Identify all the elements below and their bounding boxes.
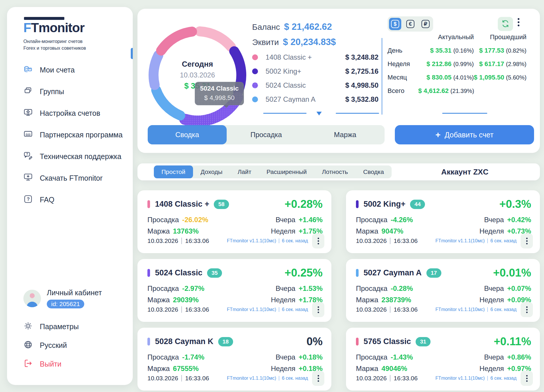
stat-current: $ 35.31 (0.16%): [418, 47, 474, 54]
refresh-button[interactable]: [498, 17, 513, 31]
last-update-ago: 6 сек. назад: [490, 307, 517, 312]
sidebar-item-language[interactable]: Русский: [23, 336, 125, 355]
account-menu-button[interactable]: [521, 302, 533, 317]
tab-income[interactable]: Доходы: [193, 165, 230, 178]
legend-value: $ 3,532.80: [345, 95, 378, 103]
donut-segment-lightpink[interactable]: [200, 31, 231, 47]
tab-summary[interactable]: Сводка: [148, 125, 227, 144]
account-updated-datetime: 10.03.2026 16:33.06: [356, 375, 418, 382]
drawdown-label: Просадка: [356, 216, 388, 224]
logo-tagline-line1: Онлайн-мониторинг счетов: [23, 38, 125, 45]
account-meta: FTmonitor v1.1.1(10мс) 6 сек. назад: [227, 238, 308, 244]
vertical-divider: [382, 38, 382, 115]
account-card: 5028 Cayman K 18 0% Просадка -1.74% Вчер…: [137, 328, 331, 391]
legend-dot: [252, 82, 258, 88]
column-header-past: Прошедший: [474, 33, 526, 41]
sidebar-item-parameters[interactable]: Параметры: [23, 317, 125, 336]
donut-segment-blue[interactable]: [156, 90, 180, 115]
sidebar-item-download[interactable]: Скачать FTmonitor: [23, 167, 125, 189]
last-update-ago: 6 сек. назад: [282, 376, 308, 381]
stat-past: $ 177.53 (0.82%): [474, 47, 526, 54]
account-date: 10.03.2026: [147, 375, 178, 382]
account-menu-button[interactable]: [312, 233, 324, 248]
drawdown-value: -0.28%: [391, 284, 413, 293]
tab-lots[interactable]: Лотность: [314, 165, 356, 178]
profile-block[interactable]: Личный кабинет id: 205621: [23, 289, 125, 308]
divider: [279, 307, 279, 312]
tab-margin[interactable]: Маржа: [306, 125, 385, 144]
sidebar-item-my-accounts[interactable]: Мои счета: [23, 59, 125, 81]
sidebar-item-label: FAQ: [40, 196, 54, 204]
sidebar-menu: Мои счета Группы Настройка счетов Партне…: [23, 59, 125, 210]
column-header-current: Актуальный: [418, 33, 474, 41]
tab-simple[interactable]: Простой: [154, 165, 193, 178]
legend-item[interactable]: 5002 King+ $ 2,725.16: [252, 64, 378, 78]
tooltip-account-name: 5024 Classic: [200, 85, 239, 92]
legend-name: 1408 Classic +: [266, 53, 312, 61]
account-menu-button[interactable]: [312, 302, 324, 317]
account-card: 5765 Classic 31 +0.11% Просадка -1.43% В…: [346, 328, 540, 391]
sidebar-item-faq[interactable]: ? FAQ: [23, 189, 125, 210]
terminal-version: FTmonitor v1.1.1(10мс): [227, 307, 276, 312]
legend-item[interactable]: 5027 Cayman A $ 3,532.80: [252, 92, 378, 106]
overview-menu-button[interactable]: [518, 18, 519, 26]
sidebar-item-groups[interactable]: Группы: [23, 81, 125, 102]
account-updated-datetime: 10.03.2026 16:33.06: [356, 306, 418, 313]
add-account-button[interactable]: + Добавить счет: [395, 125, 534, 144]
drawdown-label: Просадка: [356, 284, 388, 293]
sidebar-item-partner-program[interactable]: Партнерская программа: [23, 124, 125, 146]
sidebar-item-account-settings[interactable]: Настройка счетов: [23, 102, 125, 124]
legend-item[interactable]: 1408 Classic + $ 3,248.82: [252, 50, 378, 64]
account-updated-datetime: 10.03.2026 16:33.06: [147, 306, 209, 313]
currency-eur-button[interactable]: €: [404, 18, 416, 30]
legend-name: 5024 Classic: [266, 81, 306, 89]
account-color-marker: [147, 338, 150, 346]
main-content: Сегодня 10.03.2026 $ 35.31 5024 Classic …: [137, 9, 540, 391]
yesterday-label: Вчера: [484, 353, 504, 361]
drawdown-value: -2.97%: [182, 284, 204, 293]
support-icon: ?: [23, 151, 33, 162]
last-update-ago: 6 сек. назад: [490, 238, 517, 244]
divider: [487, 239, 488, 243]
pager-arrow-down-icon[interactable]: [316, 112, 322, 115]
account-menu-button[interactable]: [521, 371, 533, 386]
tab-extended[interactable]: Расширенный: [259, 165, 314, 178]
yesterday-value: +0.86%: [507, 353, 531, 361]
donut-segment-rose[interactable]: [161, 32, 192, 51]
profile-id-badge: id: 205621: [47, 300, 84, 308]
account-name: 1408 Classic +: [155, 200, 209, 209]
account-settings-icon: [23, 108, 33, 118]
drawdown-label: Просадка: [147, 353, 179, 361]
account-menu-button[interactable]: [521, 233, 533, 248]
legend-value: $ 2,725.16: [345, 67, 378, 75]
account-change-percent: 0%: [307, 335, 323, 348]
currency-rub-button[interactable]: ₽: [419, 18, 432, 30]
divider: [181, 238, 182, 244]
sidebar-item-label: Русский: [40, 341, 67, 350]
account-time: 16:33.06: [185, 375, 209, 382]
account-count-badge: 17: [426, 268, 441, 278]
account-time: 16:33.06: [394, 237, 418, 244]
overview-tabs: Сводка Просадка Маржа: [148, 125, 385, 144]
donut-segment-periwinkle[interactable]: [154, 55, 158, 85]
sidebar-item-logout[interactable]: Выйти: [23, 355, 125, 373]
currency-usd-button[interactable]: $: [389, 18, 401, 30]
drawdown-label: Просадка: [356, 353, 388, 361]
yesterday-label: Вчера: [484, 284, 504, 293]
account-meta: FTmonitor v1.1.1(10мс) 6 сек. назад: [435, 238, 517, 244]
equity-value: $ 20,234.83$: [283, 37, 336, 47]
account-count-badge: 31: [416, 337, 431, 346]
account-card: 5024 Classic 35 +0.25% Просадка -2.97% В…: [137, 259, 331, 322]
account-updated-datetime: 10.03.2026 16:33.06: [147, 375, 209, 382]
logout-icon: [23, 359, 33, 369]
stat-row-label: Месяц: [388, 74, 418, 81]
sidebar-item-support[interactable]: ? Техническая поддержка: [23, 146, 125, 167]
account-menu-button[interactable]: [312, 371, 324, 386]
tab-lite[interactable]: Лайт: [230, 165, 259, 178]
legend-item[interactable]: 5024 Classic $ 4,998.50: [252, 78, 378, 92]
tab-drawdown[interactable]: Просадка: [227, 125, 306, 144]
account-count-badge: 18: [218, 337, 233, 346]
stat-past: $ 617.17 (2.98%): [474, 60, 526, 68]
stat-current: $ 212.86 (0.99%): [418, 60, 474, 68]
tab-summary2[interactable]: Сводка: [356, 165, 392, 178]
